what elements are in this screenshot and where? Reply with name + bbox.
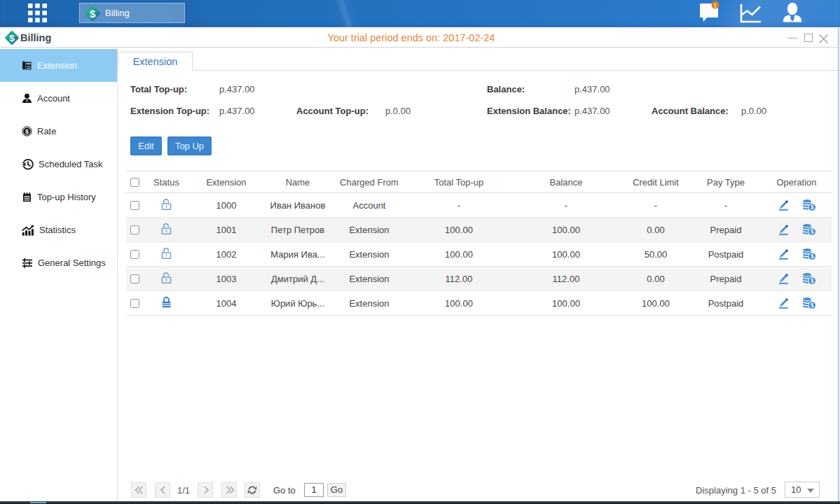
svg-text:$: $ [810,277,813,284]
svg-text:!: ! [715,2,717,9]
svg-text:$: $ [25,128,29,135]
svg-text:$: $ [810,302,813,309]
svg-text:$: $ [810,253,813,260]
svg-text:$: $ [810,228,813,235]
svg-text:$: $ [90,7,96,19]
svg-text:$: $ [810,204,813,211]
svg-text:$: $ [9,33,15,43]
